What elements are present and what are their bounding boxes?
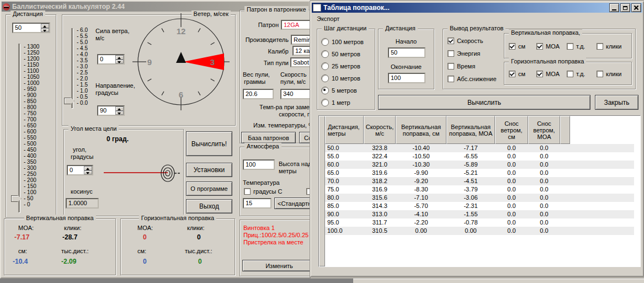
- menu-export[interactable]: Экспорт: [313, 14, 343, 23]
- column-header[interactable]: Вертикальная поправка, см: [396, 116, 446, 144]
- spin-up-icon[interactable]: [115, 55, 124, 60]
- spin-up-icon[interactable]: [84, 166, 92, 170]
- column-header[interactable]: Снос ветром, MOA: [528, 116, 560, 144]
- column-header[interactable]: Скорость, м/с: [364, 116, 396, 144]
- checkbox-option[interactable]: т.д.: [567, 42, 597, 50]
- atmosphere-group: Атмосфера 100 Высота над ур метры Темпер…: [239, 147, 311, 216]
- angle-spinner[interactable]: 0: [67, 165, 93, 175]
- table-cell: -10.40: [396, 144, 446, 152]
- radio-option[interactable]: 10 метров: [321, 74, 364, 82]
- radio-option[interactable]: 50 метров: [321, 50, 364, 58]
- radio-option[interactable]: 5 метров: [321, 87, 364, 94]
- distance-slider-thumb[interactable]: [11, 195, 22, 202]
- checkbox-option[interactable]: см: [509, 70, 536, 78]
- cartridge-field[interactable]: 12GA: [281, 20, 311, 30]
- standard-atmosphere-button[interactable]: <Стандартны: [274, 197, 311, 209]
- celsius-checkbox[interactable]: градусы С: [244, 188, 282, 195]
- wind-direction-spinner[interactable]: 90: [97, 105, 125, 116]
- slider-tick-label: - 0: [24, 201, 39, 207]
- table-row[interactable]: 95.0311.7-2.20-0.780.00.0: [325, 218, 634, 227]
- wind-direction-value: 90: [98, 106, 115, 115]
- table-row[interactable]: 80.0315.6-7.10-3.060.00.0: [325, 194, 634, 202]
- moa-label: MOA:: [137, 225, 153, 231]
- checkbox-option[interactable]: клики: [597, 42, 630, 50]
- spin-down-icon[interactable]: [115, 111, 124, 115]
- celsius-label: градусы С: [253, 188, 282, 195]
- maximize-button[interactable]: [620, 3, 630, 12]
- distance-spinner[interactable]: 50: [12, 23, 50, 33]
- corrections-table: Дистанция, метрыСкорость, м/сВертикальна…: [325, 116, 634, 235]
- vertical-correction-output-label: Вертикальная поправка,: [509, 29, 582, 36]
- table-row[interactable]: 60.0321.0-10.30-5.890.00.0: [325, 161, 634, 169]
- table-row[interactable]: 65.0319.6-9.90-5.210.00.0: [325, 169, 634, 177]
- cartridge-field[interactable]: Reming: [291, 35, 311, 45]
- distance-slider-track[interactable]: [18, 44, 20, 212]
- edit-rifle-button[interactable]: Изменить: [242, 260, 311, 271]
- output-group: Вывод результатов СкоростьЭнергияВремяАб…: [443, 29, 636, 89]
- checkbox-option[interactable]: Время: [448, 62, 497, 70]
- table-row[interactable]: 90.0313.0-4.10-1.550.00.0: [325, 210, 634, 218]
- column-header[interactable]: Дистанция, метры: [325, 116, 364, 144]
- checkbox-option[interactable]: Скорость: [448, 37, 497, 45]
- table-row[interactable]: 55.0322.4-10.50-6.550.00.0: [325, 152, 634, 161]
- spin-up-icon[interactable]: [41, 24, 49, 28]
- range-start-field[interactable]: 50: [388, 47, 425, 58]
- wind-speed-spinner[interactable]: 0: [97, 54, 125, 65]
- spin-down-icon[interactable]: [41, 28, 49, 33]
- row-filler: [560, 161, 634, 169]
- bullet-speed-field[interactable]: 340: [280, 89, 311, 99]
- spin-down-icon[interactable]: [115, 60, 124, 64]
- checkbox-icon: [597, 43, 603, 50]
- table-row[interactable]: 100.0310.50.000.000.00.0: [325, 227, 634, 235]
- temperature-field[interactable]: 15: [243, 198, 272, 209]
- column-header[interactable]: Снос ветром, см: [495, 116, 528, 144]
- checkbox-option[interactable]: клики: [597, 70, 630, 78]
- calculate-table-button[interactable]: Вычислить: [378, 95, 590, 110]
- cartridge-field[interactable]: 12 кал: [292, 46, 311, 56]
- table-row[interactable]: 70.0318.2-9.20-4.510.00.0: [325, 177, 634, 185]
- spin-down-icon[interactable]: [84, 170, 92, 175]
- horizontal-correction-group: Горизонтальная поправка MOA: клики: 0 0 …: [120, 218, 235, 275]
- wind-slider-thumb[interactable]: [64, 98, 74, 104]
- settings-button[interactable]: Установки: [186, 163, 232, 177]
- cartridge-field[interactable]: Sabot: [290, 57, 311, 67]
- checkbox-option[interactable]: см: [509, 42, 536, 50]
- grid-indicator-column: [319, 116, 325, 266]
- minimize-button[interactable]: [609, 3, 619, 12]
- header-filler: [570, 116, 634, 144]
- column-header[interactable]: Вертикальная поправка, MOA: [446, 116, 495, 144]
- wind-direction-dial[interactable]: 12 3 6 9: [132, 13, 230, 110]
- wind-slider-track[interactable]: [71, 28, 73, 108]
- save-button[interactable]: Сохр: [299, 132, 311, 143]
- table-cell: 0.0: [528, 218, 560, 227]
- table-row[interactable]: 85.0314.3-5.70-2.310.00.0: [325, 202, 634, 210]
- radio-option[interactable]: 1 метр: [321, 99, 364, 106]
- altitude-field[interactable]: 100: [243, 159, 275, 170]
- moa-label: MOA:: [18, 225, 34, 231]
- range-end-field[interactable]: 100: [388, 73, 425, 83]
- window-icon[interactable]: [313, 4, 321, 12]
- table-cell: 314.3: [364, 202, 396, 210]
- bullet-weight-field[interactable]: 20.6: [243, 89, 274, 99]
- radio-option[interactable]: 100 метров: [321, 38, 364, 46]
- table-row[interactable]: 50.0323.8-10.40-7.170.00.0: [325, 144, 634, 152]
- table-row[interactable]: 75.0316.9-8.30-3.790.00.0: [325, 185, 634, 194]
- checkbox-option[interactable]: Абс.снижение: [448, 75, 497, 83]
- checkbox-option[interactable]: т.д.: [567, 70, 597, 78]
- exit-button[interactable]: Выход: [186, 199, 232, 213]
- cartridge-db-button[interactable]: База патронов: [241, 132, 296, 143]
- ballistic-calculator-window: Баллистический калькулятор 2.44 Дистанци…: [0, 0, 311, 279]
- title-bar[interactable]: Таблица поправок...: [312, 3, 642, 13]
- close-button[interactable]: [631, 3, 641, 12]
- checkbox-option[interactable]: MOA: [536, 42, 567, 50]
- close-table-button[interactable]: Закрыть: [595, 95, 638, 110]
- clicks-label: клики:: [64, 225, 82, 231]
- app-icon[interactable]: [3, 3, 10, 10]
- checkbox-option[interactable]: MOA: [536, 70, 567, 78]
- slider-tick-label: - 300: [24, 165, 39, 171]
- about-button[interactable]: О программе: [186, 181, 232, 196]
- calculate-button[interactable]: Вычислить!: [186, 131, 232, 156]
- checkbox-option[interactable]: Энергия: [448, 50, 497, 57]
- spin-up-icon[interactable]: [115, 106, 124, 111]
- radio-option[interactable]: 25 метров: [321, 62, 364, 70]
